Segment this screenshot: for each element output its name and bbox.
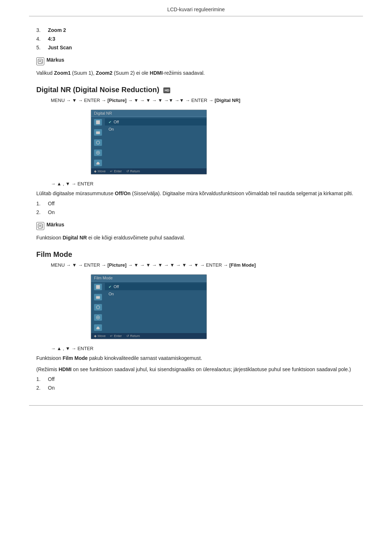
sidebar-icon-2 (94, 129, 102, 136)
film-mode-list-off: 1. Off (36, 376, 356, 382)
digital-nr-on-label: On (109, 127, 114, 131)
section-film-mode-heading: Film Mode (36, 250, 356, 259)
digital-nr-screen-body: ✔ Off On (91, 117, 207, 168)
film-mode-screen-titlebar: Film Mode (91, 275, 207, 282)
footer-return-label: Return (130, 169, 140, 173)
film-sidebar-icon-5 (94, 324, 102, 331)
film-footer-return: ↺ Return (126, 334, 140, 338)
svg-rect-12 (38, 224, 42, 228)
film-mode-body-text2: (Režiimis HDMI on see funktsioon saadava… (36, 365, 356, 373)
digital-nr-off-text: Off (48, 201, 54, 206)
footer-enter-label: Enter (114, 169, 122, 173)
film-mode-off-label: Off (114, 284, 119, 289)
film-mode-screen-wrapper: Film Mode (91, 274, 207, 339)
film-mode-screen: Film Mode (91, 274, 207, 339)
film-mode-num-1: 1. (36, 376, 44, 382)
section-film-mode-title: Film Mode (36, 250, 72, 258)
digital-nr-screen-footer: ◆ Move ↵ Enter ↺ Return (91, 168, 207, 174)
return-icon: ↺ (126, 169, 129, 173)
note-box-2: Märkus (36, 222, 356, 230)
svg-rect-4 (96, 132, 100, 134)
film-mode-body-text1: Funktsioon Film Mode pakub kinokvaliteed… (36, 354, 356, 362)
digital-nr-on-text: On (48, 209, 55, 215)
list-num-4: 4. (36, 36, 44, 42)
svg-rect-0 (38, 59, 42, 63)
film-sidebar-icon-2 (94, 294, 102, 300)
note-icon-2 (36, 222, 44, 230)
digital-nr-body-text: Lülitab digitaalse mürasummutuse Off/On … (36, 189, 356, 197)
page-header: LCD-kuvari reguleerimine (29, 0, 363, 16)
digital-nr-num-1: 1. (36, 201, 44, 206)
digital-nr-sidebar (91, 117, 105, 168)
footer-move: ◆ Move (94, 169, 106, 173)
content-section: 3. Zoom 2 4. 4:3 5. Just Scan (29, 27, 363, 391)
note-icon-1 (36, 57, 44, 65)
digital-nr-screen-titlebar: Digital NR (91, 110, 207, 117)
film-mode-menu: ✔ Off On (105, 282, 207, 333)
film-footer-move-label: Move (98, 334, 106, 338)
digital-nr-menu-path: MENU → ▼ → ENTER → [Picture] → ▼ → ▼ → ▼… (51, 98, 356, 103)
note-label-2: Märkus (46, 222, 64, 227)
film-enter-icon: ↵ (110, 334, 113, 338)
footer-return: ↺ Return (126, 169, 140, 173)
list-text-43: 4:3 (48, 36, 55, 42)
digital-nr-list-off: 1. Off (36, 201, 356, 206)
digital-nr-off-label: Off (114, 120, 119, 124)
list-item-43: 4. 4:3 (36, 36, 356, 42)
digital-nr-screen: Digital NR (91, 110, 207, 175)
film-move-diamond-icon: ◆ (94, 334, 97, 338)
digital-nr-option-on: On (105, 126, 207, 133)
film-footer-enter: ↵ Enter (110, 334, 122, 338)
sidebar-icon-1 (94, 119, 102, 126)
film-mode-screen-footer: ◆ Move ↵ Enter ↺ Return (91, 333, 207, 339)
svg-rect-15 (96, 285, 100, 289)
note1-text: Valikud Zoom1 (Suum 1), Zoom2 (Suum 2) e… (36, 69, 356, 77)
svg-point-19 (97, 306, 100, 309)
intro-list: 3. Zoom 2 4. 4:3 5. Just Scan (36, 27, 356, 50)
film-check-icon-off: ✔ (109, 285, 111, 289)
digital-nr-screen-wrapper: Digital NR (91, 110, 207, 175)
check-icon-off: ✔ (109, 120, 111, 124)
film-mode-sidebar (91, 282, 105, 333)
list-text-zoom2: Zoom 2 (48, 27, 66, 33)
footer-move-label: Move (98, 169, 106, 173)
film-mode-on-text: On (48, 385, 55, 391)
film-mode-off-text: Off (48, 376, 54, 382)
digital-nr-sub-list: 1. Off 2. On (36, 201, 356, 215)
svg-rect-3 (96, 120, 100, 124)
sidebar-icon-4 (94, 149, 102, 156)
film-mode-list-on: 2. On (36, 385, 356, 391)
page-container: LCD-kuvari reguleerimine 3. Zoom 2 4. 4:… (0, 0, 392, 554)
film-mode-nav: → ▲ , ▼ → ENTER (51, 346, 356, 351)
svg-rect-16 (96, 296, 100, 299)
note-label-1: Märkus (46, 57, 64, 63)
film-mode-sub-list: 1. Off 2. On (36, 376, 356, 391)
move-diamond-icon: ◆ (94, 169, 97, 173)
digital-nr-menu: ✔ Off On (105, 117, 207, 168)
svg-rect-23 (97, 327, 99, 328)
film-mode-on-label: On (109, 292, 114, 296)
digital-nr-list-on: 2. On (36, 209, 356, 215)
film-footer-move: ◆ Move (94, 334, 106, 338)
svg-rect-11 (97, 162, 99, 164)
header-title: LCD-kuvari reguleerimine (167, 7, 225, 12)
bottom-line (29, 405, 363, 406)
film-mode-option-on: On (105, 290, 207, 297)
list-text-justscan: Just Scan (48, 45, 72, 50)
svg-point-9 (97, 152, 99, 154)
list-item-zoom2: 3. Zoom 2 (36, 27, 356, 33)
note-box-1: Märkus (36, 57, 356, 65)
sidebar-icon-5 (94, 160, 102, 166)
film-footer-enter-label: Enter (114, 334, 122, 338)
note2-text: Funktsioon Digital NR ei ole kõigi erald… (36, 234, 356, 242)
footer-enter: ↵ Enter (110, 169, 122, 173)
film-mode-option-off: ✔ Off (105, 283, 207, 290)
film-sidebar-icon-1 (94, 284, 102, 290)
svg-point-7 (97, 141, 100, 144)
film-mode-num-2: 2. (36, 385, 44, 391)
list-num-5: 5. (36, 45, 44, 50)
list-num-3: 3. (36, 27, 44, 33)
sidebar-icon-3 (94, 139, 102, 146)
film-mode-menu-path: MENU → ▼ → ENTER → [Picture] → ▼ → ▼ → ▼… (51, 262, 356, 268)
film-sidebar-icon-4 (94, 314, 102, 321)
